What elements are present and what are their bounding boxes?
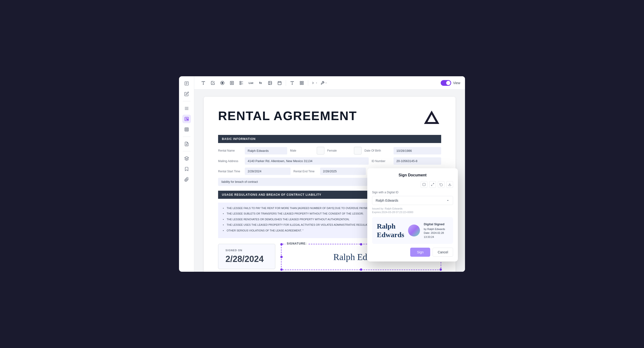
list-tool-button[interactable] xyxy=(237,79,246,87)
toolbar-separator-1 xyxy=(286,80,286,86)
text-right-button[interactable] xyxy=(288,79,296,87)
svg-rect-6 xyxy=(185,128,188,131)
modal-tool-3[interactable] xyxy=(438,181,444,188)
svg-rect-36 xyxy=(423,183,426,186)
svg-rect-18 xyxy=(240,81,241,82)
resize-handle-tm[interactable] xyxy=(360,243,362,246)
male-checkbox[interactable] xyxy=(317,147,324,154)
female-checkbox[interactable] xyxy=(354,147,362,154)
toolbar-right: View xyxy=(441,80,460,86)
resize-handle-bm[interactable] xyxy=(360,268,362,271)
svg-point-13 xyxy=(222,82,223,84)
resize-handle-tl[interactable] xyxy=(280,243,283,246)
signature-label: SIGNATURE: xyxy=(285,242,308,245)
sidebar-icon-edit[interactable] xyxy=(182,90,191,98)
dob-field[interactable]: 10/28/1986 xyxy=(394,147,441,154)
digital-date: Date: 2024.02.28 xyxy=(424,231,445,235)
sidebar-icon-list[interactable] xyxy=(182,104,191,113)
mailing-field[interactable]: 4140 Parker Rd. Allentown, New Mexico 31… xyxy=(245,157,369,165)
digital-badge-circle xyxy=(408,224,420,236)
sidebar-icon-table[interactable] xyxy=(182,125,191,134)
modal-toolbar xyxy=(372,181,453,188)
rental-name-label: Rental Name xyxy=(218,149,242,152)
resize-handle-br[interactable] xyxy=(440,268,442,271)
svg-marker-9 xyxy=(184,156,188,158)
arrow-menu-button[interactable] xyxy=(310,79,319,87)
modal-footer: Sign Cancel xyxy=(372,248,453,257)
sidebar-icon-document[interactable] xyxy=(182,79,191,88)
digital-time: 13:33:24 xyxy=(424,235,445,239)
row-mailing: Mailing Address 4140 Parker Rd. Allentow… xyxy=(218,157,441,165)
sidebar-icon-layers[interactable] xyxy=(182,154,191,163)
signed-on-label: SIGNED ON xyxy=(226,249,268,252)
svg-line-38 xyxy=(432,185,432,186)
id-field[interactable]: 20-10563145-8 xyxy=(394,157,441,165)
ok-label: List xyxy=(248,82,253,84)
start-field[interactable]: 2/28/2024 xyxy=(245,168,290,175)
end-label: Rental End Time xyxy=(294,170,317,173)
signed-on-date: 2/28/2024 xyxy=(226,254,268,264)
modal-tool-2[interactable] xyxy=(429,181,436,188)
indent-tool-button[interactable] xyxy=(228,79,236,87)
view-toggle-switch[interactable] xyxy=(441,80,451,86)
sidebar xyxy=(179,76,194,272)
toolbar: List fx xyxy=(194,76,465,90)
sidebar-icon-template[interactable] xyxy=(182,140,191,148)
wrench-menu-button[interactable] xyxy=(320,79,328,87)
svg-rect-31 xyxy=(302,81,304,82)
radio-tool-button[interactable] xyxy=(218,79,227,87)
svg-line-37 xyxy=(433,183,434,184)
sidebar-icon-bookmark[interactable] xyxy=(182,165,191,173)
svg-rect-32 xyxy=(302,83,304,84)
sign-button[interactable]: Sign xyxy=(410,248,430,257)
modal-issued-by: Issued by: Ralph Edwards xyxy=(372,207,453,210)
doc-header: RENTAL AGREEMENT xyxy=(218,109,441,128)
toolbar-left: List fx xyxy=(199,79,328,87)
formula-tool-button[interactable]: fx xyxy=(256,79,265,87)
basic-info-header: BASIC INFORMATION xyxy=(218,135,441,143)
modal-preview-name: Ralph Edwards xyxy=(377,222,404,239)
app-container: List fx xyxy=(179,76,465,272)
modal-dropdown[interactable]: Ralph Edwards xyxy=(372,196,453,205)
svg-rect-5 xyxy=(187,119,188,120)
male-label: Male xyxy=(290,149,314,152)
sidebar-divider-1 xyxy=(183,101,190,101)
svg-point-23 xyxy=(269,82,270,82)
text-tool-button[interactable] xyxy=(199,79,208,87)
resize-handle-lm[interactable] xyxy=(280,256,283,258)
digital-signed-title: Digital Signed xyxy=(424,222,445,227)
female-label: Female xyxy=(327,149,351,152)
modal-name-line2: Edwards xyxy=(377,230,404,239)
sidebar-icon-attachment[interactable] xyxy=(182,175,191,184)
sign-document-modal: Sign Document xyxy=(367,168,458,262)
modal-section-label: Sign with a Digital ID xyxy=(372,191,453,194)
modal-dropdown-value: Ralph Edwards xyxy=(376,198,398,202)
modal-title: Sign Document xyxy=(372,173,453,177)
rental-name-field[interactable]: Ralph Edwards xyxy=(245,147,287,154)
resize-handle-bl[interactable] xyxy=(280,268,283,271)
svg-rect-19 xyxy=(240,83,241,84)
image-tool-button[interactable] xyxy=(266,79,274,87)
modal-preview: Ralph Edwards Digital Signed by Ralph Ed… xyxy=(372,217,453,244)
start-label: Rental Start Time xyxy=(218,170,242,173)
svg-rect-30 xyxy=(300,81,301,82)
checkbox-tool-button[interactable] xyxy=(208,79,217,87)
sidebar-divider-2 xyxy=(183,136,190,137)
ok-tool-button[interactable]: List xyxy=(247,79,255,87)
row-name: Rental Name Ralph Edwards Male Female Da… xyxy=(218,147,441,154)
cancel-button[interactable]: Cancel xyxy=(432,248,453,257)
toolbar-separator-2 xyxy=(308,80,308,86)
modal-tool-4[interactable] xyxy=(446,181,453,188)
company-logo xyxy=(422,109,441,128)
main-area: List fx xyxy=(194,76,465,272)
document-area: RENTAL AGREEMENT BASIC INFORMATION Renta… xyxy=(194,90,465,272)
svg-rect-33 xyxy=(300,83,301,84)
modal-info-text: Issued by: Ralph Edwards Expires:2024-03… xyxy=(372,207,453,214)
end-field[interactable]: 2/28/2025 xyxy=(320,168,366,175)
doc-title: RENTAL AGREEMENT xyxy=(218,109,357,123)
modal-tool-1[interactable] xyxy=(421,181,427,188)
calendar-tool-button[interactable] xyxy=(275,79,284,87)
sidebar-icon-form[interactable] xyxy=(182,115,191,123)
grid-right-button[interactable] xyxy=(298,79,306,87)
view-toggle: View xyxy=(441,80,460,86)
